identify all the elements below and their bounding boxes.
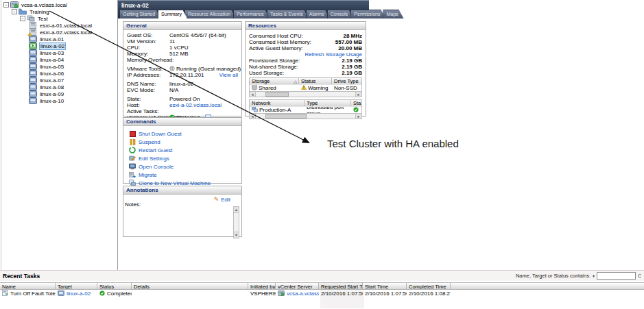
filter-dropdown-icon[interactable]: ▾ — [593, 273, 595, 278]
command-open-console[interactable]: Open Console — [129, 162, 238, 171]
tab-getting-started[interactable]: Getting Started — [119, 10, 160, 18]
column-header-status[interactable]: Status — [97, 283, 132, 289]
column-header-completed-time[interactable]: Completed Time — [407, 283, 451, 289]
tree-label-vm[interactable]: linux-a-04 — [39, 57, 64, 63]
tab-performance[interactable]: Performance — [233, 10, 270, 18]
datastore-icon — [252, 85, 257, 91]
command-link[interactable]: Open Console — [139, 164, 174, 170]
tree-item-host-2[interactable]: esxi-a-02.vclass.local — [1, 29, 117, 36]
task-vcenter-link[interactable]: vcsa-a.vclass.l... — [287, 291, 319, 297]
collapse-icon[interactable]: - — [12, 9, 17, 14]
command-migrate[interactable]: Migrate — [129, 171, 238, 179]
column-header-status[interactable]: Sta — [351, 100, 361, 106]
refresh-storage-link[interactable]: Refresh Storage Usage — [305, 51, 362, 58]
command-suspend[interactable]: Suspend — [129, 138, 238, 146]
view-all-link[interactable]: View all — [219, 72, 238, 78]
command-restart-guest[interactable]: Restart Guest — [129, 146, 238, 154]
scrollbar-thumb[interactable] — [265, 92, 289, 97]
suspend-icon — [129, 138, 136, 145]
tree-label-vm[interactable]: linux-a-07 — [39, 77, 64, 84]
tasks-filter-input[interactable] — [597, 272, 636, 280]
tree-label-cluster[interactable]: Test — [37, 16, 49, 22]
tree-label-vm[interactable]: linux-a-09 — [39, 91, 64, 97]
annotations-vscrollbar[interactable]: ▲ ▼ — [233, 206, 239, 238]
scroll-up-icon[interactable]: ▲ — [234, 207, 239, 213]
scroll-left-icon[interactable]: ◄ — [250, 114, 256, 119]
tree-item-vm[interactable]: linux-a-10 — [1, 97, 117, 104]
column-header-requested-start[interactable]: Requested Start Ti...▽ — [319, 283, 363, 289]
tree-item-vcenter[interactable]: - vcsa-a.vclass.local — [1, 1, 117, 8]
column-header-storage[interactable]: Storage△ — [250, 78, 299, 84]
tab-summary[interactable]: Summary — [158, 10, 187, 18]
task-row[interactable]: Turn Off Fault Toleran... linux-a-02 Com… — [0, 290, 644, 297]
tree-item-vm[interactable]: linux-a-08 — [1, 84, 117, 90]
storage-row[interactable]: Shared Warning Non-SSD — [250, 84, 361, 91]
tab-console[interactable]: Console — [327, 10, 354, 18]
storage-table-hscrollbar[interactable]: ◄ ► — [249, 91, 362, 97]
column-header-details[interactable]: Details — [132, 283, 248, 289]
tree-item-vm-selected[interactable]: linux-a-02 — [1, 42, 117, 49]
tree-item-folder-training[interactable]: - Training — [1, 8, 117, 15]
tree-item-vm[interactable]: linux-a-07 — [1, 77, 117, 84]
tree-item-vm[interactable]: linux-a-03 — [1, 49, 117, 56]
tree-item-host-1[interactable]: esxi-a-01.vclass.local — [1, 22, 117, 29]
column-header-drive-type[interactable]: Drive Type — [332, 78, 361, 84]
commands-panel-title: Commands — [123, 118, 241, 126]
host-link[interactable]: esxi-a-02.vclass.local — [169, 102, 222, 108]
field-value: 2.19 GB — [342, 58, 362, 64]
tree-label-vm[interactable]: linux-a-08 — [39, 84, 64, 90]
tree-label-host-2[interactable]: esxi-a-02.vclass.local — [39, 29, 93, 36]
scrollbar-thumb[interactable] — [265, 114, 307, 119]
network-row[interactable]: Production-A Distributed port group — [250, 106, 361, 113]
column-header-status[interactable]: Status — [299, 78, 332, 84]
tab-alarms[interactable]: Alarms — [306, 10, 330, 18]
field-label: Active Tasks: — [127, 108, 169, 114]
tree-item-vm[interactable]: linux-a-06 — [1, 70, 117, 77]
column-header-start-time[interactable]: Start Time — [363, 283, 407, 289]
command-link[interactable]: Edit Settings — [139, 156, 169, 162]
scroll-down-icon[interactable]: ▼ — [234, 232, 239, 238]
tree-label-folder[interactable]: Training — [29, 9, 50, 15]
tree-label-vcenter[interactable]: vcsa-a.vclass.local — [21, 2, 68, 8]
tree-label-vm[interactable]: linux-a-10 — [39, 98, 64, 104]
scroll-left-icon[interactable]: ◄ — [250, 92, 256, 97]
tab-maps[interactable]: Maps — [383, 10, 403, 18]
tree-label-vm[interactable]: linux-a-05 — [39, 64, 64, 70]
column-header-vcenter[interactable]: vCenter Server — [276, 283, 319, 289]
column-header-network[interactable]: Network — [250, 100, 305, 106]
column-header-target[interactable]: Target — [56, 283, 97, 289]
collapse-icon[interactable]: - — [20, 16, 25, 21]
scroll-right-icon[interactable]: ► — [355, 92, 361, 97]
tab-permissions[interactable]: Permissions — [350, 10, 385, 18]
collapse-icon[interactable]: - — [3, 2, 9, 8]
column-header-initiated-by[interactable]: Initiated by — [248, 283, 276, 289]
tree-item-vm[interactable]: linux-a-05 — [1, 63, 117, 70]
tab-resource-allocation[interactable]: Resource Allocation — [184, 10, 236, 18]
tree-label-host-1[interactable]: esxi-a-01.vclass.local — [39, 23, 93, 29]
tree-label-vm[interactable]: linux-a-01 — [39, 36, 64, 42]
network-table-hscrollbar[interactable]: ◄ ► — [249, 113, 362, 119]
scroll-right-icon[interactable]: ► — [355, 114, 361, 119]
task-target-link[interactable]: linux-a-02 — [67, 291, 91, 297]
vm-icon — [29, 97, 37, 104]
tab-tasks-events[interactable]: Tasks & Events — [267, 10, 309, 18]
column-header-type[interactable]: Type — [305, 100, 351, 106]
clear-filter-link[interactable]: Clear — [638, 273, 641, 279]
column-header-name[interactable]: Name — [0, 283, 56, 289]
tree-item-vm[interactable]: linux-a-04 — [1, 56, 117, 63]
command-link[interactable]: Shut Down Guest — [139, 131, 182, 137]
edit-annotations-link[interactable]: Edit — [221, 197, 230, 203]
field-value: 28 MHz — [343, 33, 362, 39]
tree-item-vm[interactable]: linux-a-01 — [1, 36, 117, 42]
tree-label-vm[interactable]: linux-a-03 — [39, 50, 64, 56]
tree-item-cluster-test[interactable]: - Test — [1, 15, 117, 22]
command-edit-settings[interactable]: Edit Settings — [129, 154, 238, 162]
command-link[interactable]: Restart Guest — [139, 147, 172, 153]
command-link[interactable]: Suspend — [139, 139, 160, 145]
field-label: Provisioned Storage: — [249, 58, 300, 64]
tree-label-vm[interactable]: linux-a-06 — [39, 71, 64, 77]
command-link[interactable]: Migrate — [139, 172, 157, 178]
tree-item-vm[interactable]: linux-a-09 — [1, 90, 117, 97]
tree-label-vm[interactable]: linux-a-02 — [39, 42, 66, 50]
command-shutdown-guest[interactable]: Shut Down Guest — [129, 129, 238, 138]
